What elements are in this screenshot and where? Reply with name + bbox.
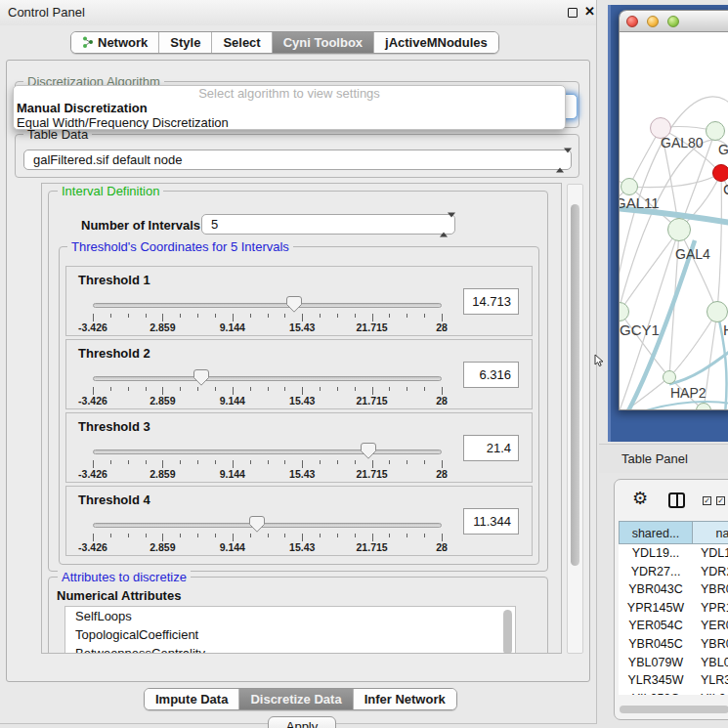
tab-select[interactable]: Select [211, 32, 271, 53]
network-node[interactable] [663, 370, 676, 384]
network-node-selected[interactable] [712, 164, 728, 182]
checkbox-icon[interactable]: ✓ [716, 496, 725, 505]
tick-mark [268, 387, 269, 391]
tab-style[interactable]: Style [158, 32, 211, 53]
threshold-panel: Threshold 1-3.4262.8599.14415.4321.71528… [65, 266, 533, 336]
table-panel-header: Table Panel [599, 444, 728, 473]
slider-thumb[interactable] [249, 516, 265, 533]
table-row[interactable]: YBR043CYBR0 [619, 580, 728, 599]
scale-label: 2.859 [150, 321, 175, 333]
threshold-panel: Threshold 3-3.4262.8599.14415.4321.71528… [65, 412, 533, 483]
float-window-icon[interactable] [568, 8, 578, 18]
tick-mark [320, 460, 321, 464]
threshold-value-field[interactable]: 21.4 [463, 435, 519, 461]
tick-mark [355, 314, 356, 318]
number-of-intervals-value: 5 [202, 217, 218, 232]
column-split-icon[interactable] [668, 492, 685, 508]
list-scrollbar-thumb[interactable] [503, 610, 512, 654]
close-icon[interactable]: ✕ [584, 4, 595, 19]
algorithm-placeholder-item[interactable]: Select algorithm to view settings [14, 86, 565, 101]
attribute-list-item[interactable]: TopologicalCoefficient [65, 625, 515, 644]
table-row[interactable]: YIL052CYIL0 [619, 690, 728, 695]
combo-spinner-icon[interactable] [440, 217, 447, 232]
tick-mark [389, 314, 390, 318]
table-row[interactable]: YLR345WYLR3 [619, 671, 728, 690]
tick-mark [302, 387, 303, 395]
table-row[interactable]: YDR27...YDR2 [619, 563, 728, 581]
tab-jactivemnodules[interactable]: jActiveMNodules [373, 32, 498, 53]
network-window-titlebar[interactable] [620, 11, 728, 32]
threshold-value-field[interactable]: 14.713 [463, 288, 519, 315]
table-cell: YIL052C [619, 690, 693, 695]
attribute-list-item[interactable]: BetweennessCentrality [65, 644, 515, 654]
tick-mark [250, 387, 251, 391]
column-header[interactable]: na [693, 521, 728, 544]
algorithm-option[interactable]: Manual Discretization [14, 101, 565, 115]
tab-cyni-toolbox[interactable]: Cyni Toolbox [272, 32, 373, 53]
threshold-slider[interactable] [93, 294, 442, 323]
minimize-traffic-light-icon[interactable] [647, 16, 659, 27]
network-node[interactable] [706, 121, 725, 141]
table-cell: YBL079W [619, 654, 693, 672]
slider-thumb[interactable] [361, 443, 376, 459]
scale-label: 21.715 [357, 321, 388, 333]
network-node[interactable] [667, 218, 691, 241]
tab-infer-network[interactable]: Infer Network [353, 689, 456, 709]
tick-mark [146, 460, 147, 464]
slider-scale-labels: -3.4262.8599.14415.4321.71528 [93, 395, 442, 407]
tick-mark [93, 314, 94, 321]
tick-mark [372, 534, 373, 541]
table-row[interactable]: YDL19...YDL1 [619, 544, 728, 563]
column-header[interactable]: shared... [619, 521, 693, 544]
tab-network[interactable]: Network [71, 32, 158, 53]
slider-thumb[interactable] [193, 369, 209, 386]
zoom-traffic-light-icon[interactable] [667, 16, 679, 27]
slider-track[interactable] [93, 376, 442, 381]
table-data-selected: galFiltered.sif default node [24, 152, 182, 167]
threshold-label: Threshold 4 [78, 492, 150, 507]
threshold-slider[interactable] [93, 367, 442, 397]
tick-mark [197, 460, 198, 464]
horizontal-scrollbar-thumb[interactable] [620, 706, 728, 713]
table-row[interactable]: YBR045CYBR0 [619, 635, 728, 654]
tab-impute-data[interactable]: Impute Data [145, 689, 238, 709]
scale-label: -3.426 [78, 468, 107, 480]
threshold-slider[interactable] [93, 514, 442, 543]
table-header-row: shared... na [619, 521, 728, 544]
algorithm-option[interactable]: Equal Width/Frequency Discretization [14, 115, 565, 130]
tab-label: Infer Network [364, 692, 446, 707]
tick-mark [180, 534, 181, 537]
algorithm-dropdown-popup: Select algorithm to view settings Manual… [13, 85, 566, 130]
tick-mark [215, 314, 216, 318]
table-row[interactable]: YPR145WYPR1 [619, 599, 728, 618]
checkbox-icon[interactable]: ✓ [703, 496, 711, 505]
apply-button[interactable]: Apply [268, 716, 336, 728]
threshold-value-field[interactable]: 11.344 [463, 508, 519, 535]
tick-mark [215, 387, 216, 391]
tick-mark [128, 534, 129, 537]
slider-track[interactable] [93, 450, 442, 454]
table-row[interactable]: YBL079WYBL0 [619, 654, 728, 672]
combo-spinner-icon[interactable] [556, 152, 563, 167]
tick-mark [442, 534, 443, 541]
gear-icon[interactable]: ⚙ [632, 488, 648, 509]
table-data-combo[interactable]: galFiltered.sif default node [23, 150, 572, 170]
threshold-value-field[interactable]: 6.316 [463, 362, 519, 388]
network-view-window[interactable]: GAL80 GA C GAL11 GAL4 GCY1 H HAP2 [619, 10, 728, 410]
table-row[interactable]: YER054CYER0 [619, 617, 728, 635]
network-node[interactable] [621, 178, 638, 195]
slider-track[interactable] [93, 303, 442, 308]
number-of-intervals-combo[interactable]: 5 [201, 214, 455, 235]
panel-scrollbar-track[interactable] [567, 184, 583, 654]
slider-thumb[interactable] [286, 296, 302, 313]
threshold-slider[interactable] [93, 441, 442, 470]
slider-track[interactable] [93, 523, 442, 528]
tick-mark [197, 314, 198, 318]
network-node[interactable] [707, 301, 728, 322]
panel-scrollbar-thumb[interactable] [571, 204, 579, 566]
close-traffic-light-icon[interactable] [626, 16, 638, 27]
tab-discretize-data[interactable]: Discretize Data [238, 689, 352, 709]
attributes-list[interactable]: SelfLoopsTopologicalCoefficientBetweenne… [64, 606, 516, 654]
attribute-list-item[interactable]: SelfLoops [65, 607, 515, 625]
network-canvas[interactable]: GAL80 GA C GAL11 GAL4 GCY1 H HAP2 [620, 32, 728, 410]
